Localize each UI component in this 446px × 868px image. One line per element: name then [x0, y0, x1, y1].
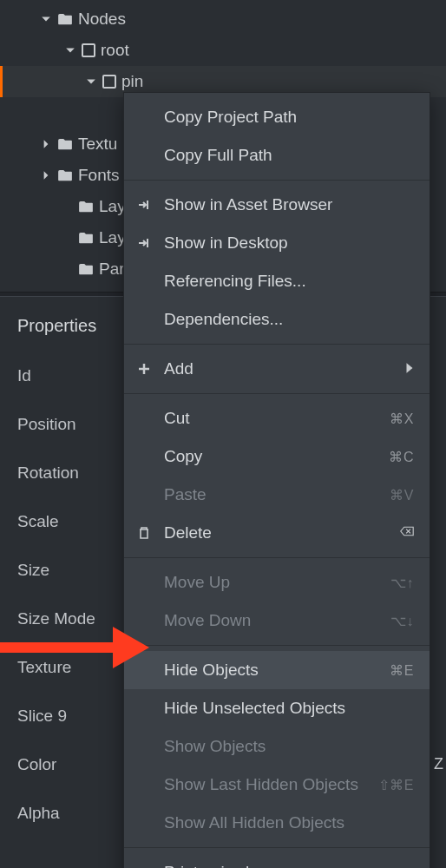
menu-item[interactable]: Copy Full Path: [124, 136, 430, 174]
menu-shortcut: ⌘X: [390, 411, 414, 427]
menu-item[interactable]: Delete: [124, 514, 430, 552]
menu-item-label: Move Down: [164, 611, 378, 630]
chevron-down-icon[interactable]: [85, 76, 97, 88]
menu-item-label: Hide Unselected Objects: [164, 699, 414, 718]
menu-separator: [124, 180, 430, 181]
expander-placeholder: [61, 201, 73, 213]
tree-item-label: root: [101, 41, 129, 60]
menu-item-label: Move Up: [164, 573, 378, 592]
menu-separator: [124, 344, 430, 345]
folder-icon: [78, 232, 94, 244]
menu-item-label: Hide Objects: [164, 661, 377, 680]
menu-shortcut: ⌥↓: [390, 613, 414, 629]
tree-row[interactable]: root: [0, 35, 446, 66]
menu-item-label: Copy Full Path: [164, 146, 414, 165]
menu-item[interactable]: Show in Desktop: [124, 224, 430, 262]
menu-item-label: Referencing Files...: [164, 272, 414, 291]
node-icon: [82, 43, 95, 57]
property-label: Scale: [17, 512, 59, 531]
property-label: Alpha: [17, 804, 60, 823]
menu-shortcut: ⌘E: [390, 662, 414, 679]
chevron-right-icon[interactable]: [40, 138, 52, 150]
property-label: Rotation: [17, 464, 79, 483]
menu-item-label: Add: [164, 359, 393, 378]
menu-item[interactable]: Add: [124, 350, 430, 388]
folder-icon: [57, 169, 73, 181]
tree-item-label: Textu: [78, 135, 117, 154]
menu-item[interactable]: Cut⌘X: [124, 399, 430, 437]
menu-shortcut: [400, 524, 414, 542]
menu-shortcut: ⌘C: [389, 449, 414, 465]
menu-item-label: Show in Asset Browser: [164, 195, 414, 214]
tree-item-label: Nodes: [78, 10, 126, 29]
property-label: Id: [17, 366, 31, 385]
menu-item[interactable]: Hide Objects⌘E: [124, 651, 430, 689]
menu-item-label: Paste: [164, 485, 377, 504]
menu-item-label: Show in Desktop: [164, 233, 414, 253]
menu-separator: [124, 557, 430, 558]
menu-item[interactable]: Dependencies...: [124, 300, 430, 339]
chevron-right-icon[interactable]: [40, 169, 52, 181]
menu-separator: [124, 393, 430, 394]
menu-item[interactable]: Hide Unselected Objects: [124, 689, 430, 727]
folder-icon: [78, 201, 94, 213]
property-label: Color: [17, 755, 56, 774]
expander-placeholder: [61, 232, 73, 244]
menu-item-label: Show All Hidden Objects: [164, 813, 414, 832]
context-menu: Copy Project PathCopy Full PathShow in A…: [123, 92, 430, 868]
menu-item[interactable]: Referencing Files...: [124, 262, 430, 300]
goto-icon: [136, 198, 152, 212]
menu-item: Paste⌘V: [124, 476, 430, 514]
menu-item[interactable]: Copy⌘C: [124, 437, 430, 476]
menu-item-label: Copy: [164, 447, 377, 466]
chevron-down-icon[interactable]: [64, 44, 76, 56]
menu-item-label: Delete: [164, 523, 388, 542]
menu-item-label: Print gui scheme: [164, 863, 414, 868]
menu-separator: [124, 847, 430, 848]
menu-item-label: Show Last Hidden Objects: [164, 775, 366, 794]
tree-row[interactable]: Nodes: [0, 3, 446, 35]
menu-item: Move Up⌥↑: [124, 563, 430, 602]
tree-item-label: Fonts: [78, 166, 120, 185]
menu-item-label: Show Objects: [164, 737, 414, 756]
truncated-value: Z: [434, 755, 443, 773]
menu-item[interactable]: Show in Asset Browser: [124, 186, 430, 224]
property-label: Slice 9: [17, 707, 67, 726]
menu-item[interactable]: Copy Project Path: [124, 98, 430, 136]
chevron-down-icon[interactable]: [40, 13, 52, 25]
menu-shortcut: ⌘V: [390, 487, 414, 503]
goto-icon: [136, 236, 152, 250]
plus-icon: [136, 362, 152, 376]
folder-icon: [57, 138, 73, 150]
submenu-arrow-icon: [405, 359, 414, 378]
folder-icon: [57, 13, 73, 25]
menu-item: Show Objects: [124, 727, 430, 766]
menu-item[interactable]: Print gui scheme: [124, 853, 430, 868]
menu-shortcut: ⌥↑: [390, 575, 414, 591]
menu-item: Show Last Hidden Objects⇧⌘E: [124, 766, 430, 804]
property-label: Texture: [17, 658, 71, 677]
menu-item-label: Dependencies...: [164, 310, 414, 329]
tree-item-label: pin: [121, 72, 143, 91]
menu-separator: [124, 645, 430, 646]
property-label: Position: [17, 415, 76, 434]
node-icon: [102, 75, 116, 89]
menu-item-label: Cut: [164, 409, 377, 428]
expander-placeholder: [61, 263, 73, 275]
folder-icon: [78, 263, 94, 275]
property-label: Size: [17, 561, 49, 580]
trash-icon: [136, 526, 152, 540]
menu-item-label: Copy Project Path: [164, 108, 414, 127]
property-label: Size Mode: [17, 609, 95, 628]
menu-shortcut: ⇧⌘E: [378, 777, 414, 793]
menu-item: Move Down⌥↓: [124, 602, 430, 640]
menu-item: Show All Hidden Objects: [124, 804, 430, 842]
